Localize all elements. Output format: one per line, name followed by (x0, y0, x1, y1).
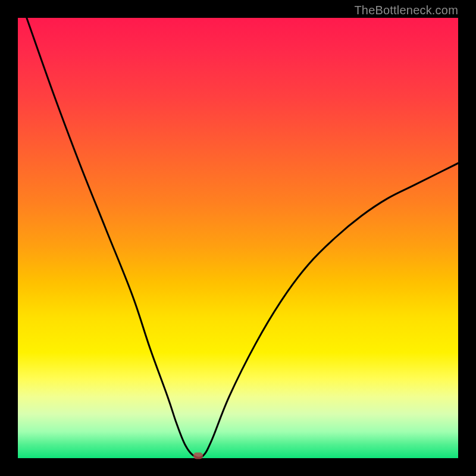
bottleneck-curve (27, 18, 458, 458)
watermark-text: TheBottleneck.com (354, 4, 458, 17)
chart-frame: TheBottleneck.com (0, 0, 476, 476)
curve-svg (18, 18, 458, 458)
optimal-point-marker (193, 452, 203, 459)
plot-area (18, 18, 458, 458)
